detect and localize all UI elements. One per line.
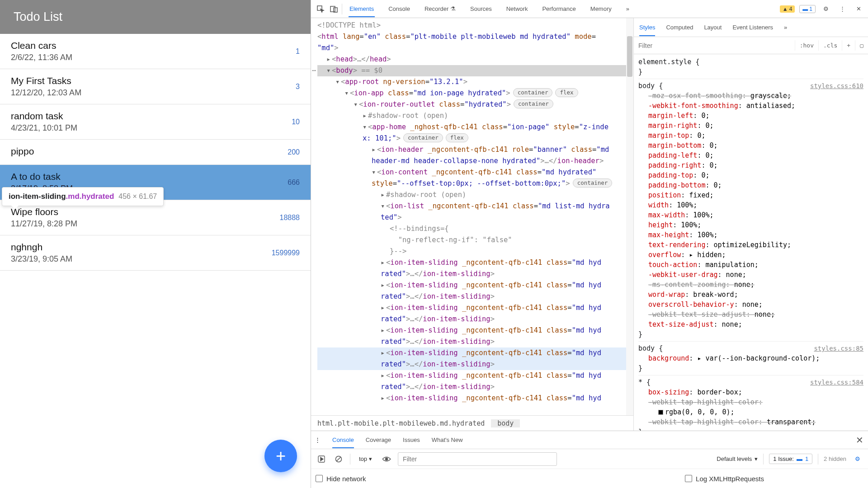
tooltip-modifiers: .md.hydrated — [66, 192, 114, 201]
settings-icon[interactable]: ⚙ — [820, 3, 832, 15]
warning-icon: ▲ — [783, 6, 788, 12]
clear-console-icon[interactable] — [333, 453, 344, 465]
tab-performance[interactable]: Performance — [541, 1, 576, 17]
flask-icon: ⚗ — [450, 5, 456, 12]
fab-add-button[interactable]: + — [264, 440, 297, 472]
tab-whats-new[interactable]: What's New — [432, 432, 463, 448]
devtools: Elements Console Recorder ⚗ Sources Netw… — [311, 0, 868, 488]
tab-recorder[interactable]: Recorder ⚗ — [424, 1, 457, 17]
issues-pill[interactable]: 1 Issue: ▬ 1 — [769, 454, 812, 464]
toggle-hov-button[interactable]: :hov — [795, 40, 818, 51]
item-date: 11/27/19, 8:28 PM — [11, 219, 280, 229]
item-title: My First Tasks — [11, 75, 296, 86]
tooltip-selector: ion-item-sliding — [9, 192, 66, 201]
item-badge: 10 — [292, 118, 300, 126]
crumb-item[interactable]: body — [491, 419, 520, 427]
devtools-toolbar: Elements Console Recorder ⚗ Sources Netw… — [311, 0, 868, 18]
device-toggle-icon[interactable] — [328, 3, 340, 15]
svg-rect-1 — [330, 6, 335, 12]
tooltip-dimensions: 456 × 61.67 — [118, 192, 157, 201]
tab-layout[interactable]: Layout — [704, 19, 722, 36]
item-badge: 3 — [296, 83, 300, 91]
item-title: Clean cars — [11, 40, 296, 51]
toggle-sidebar-icon[interactable]: ▢ — [855, 40, 868, 51]
item-badge: 200 — [288, 148, 300, 156]
eye-icon[interactable] — [381, 453, 392, 465]
list-item[interactable]: pippo 200 — [0, 140, 311, 165]
list-item[interactable]: Clean cars2/6/22, 11:36 AM 1 — [0, 34, 311, 69]
gear-icon[interactable]: ⚙ — [852, 453, 863, 465]
console-drawer: ⋮ Console Coverage Issues What's New ✕ t… — [311, 431, 868, 488]
item-badge: 1599999 — [272, 249, 300, 257]
crumb-item[interactable]: html.plt-mobile.plt-mobileweb.md.hydrate… — [311, 419, 491, 427]
todo-list: Clean cars2/6/22, 11:36 AM 1 My First Ta… — [0, 34, 311, 271]
item-title: nghngh — [11, 242, 272, 253]
scrollbar[interactable] — [626, 18, 633, 415]
tabs-overflow-icon[interactable]: » — [625, 1, 630, 17]
context-selector[interactable]: top ▾ — [356, 454, 375, 464]
list-item[interactable]: nghngh3/23/19, 9:05 AM 1599999 — [0, 235, 311, 271]
new-style-rule-icon[interactable]: + — [842, 40, 855, 51]
app-title: Todo List — [0, 0, 311, 34]
kebab-menu-icon[interactable]: ⋮ — [315, 436, 321, 443]
styles-filter-input[interactable] — [634, 42, 795, 49]
info-icon: ▬ — [802, 6, 808, 12]
tab-elements[interactable]: Elements — [349, 1, 375, 17]
svg-point-6 — [386, 458, 388, 460]
item-date: 3/23/19, 9:05 AM — [11, 254, 272, 264]
item-badge: 18888 — [280, 214, 300, 222]
console-filter-input[interactable] — [398, 452, 557, 466]
item-title: Wipe floors — [11, 206, 280, 217]
close-drawer-icon[interactable]: ✕ — [856, 435, 863, 446]
issues-badge[interactable]: ▬1 — [799, 5, 816, 13]
separator-icon — [342, 4, 342, 14]
item-badge: 666 — [288, 178, 300, 187]
log-levels-selector[interactable]: Default levels ▾ — [717, 455, 758, 462]
hide-network-checkbox[interactable]: Hide network — [316, 475, 366, 483]
info-icon: ▬ — [797, 455, 802, 462]
chevron-down-icon: ▾ — [755, 455, 758, 462]
kebab-menu-icon[interactable]: ⋮ — [836, 3, 848, 15]
item-date: 4/23/21, 10:01 PM — [11, 123, 292, 133]
tab-issues[interactable]: Issues — [403, 432, 420, 448]
list-item[interactable]: random task4/23/21, 10:01 PM 10 — [0, 104, 311, 140]
log-xhr-checkbox[interactable]: Log XMLHttpRequests — [685, 475, 764, 483]
item-title: pippo — [11, 146, 288, 157]
dom-tree[interactable]: <!DOCTYPE html> <html lang="en" class="p… — [311, 18, 633, 415]
inspect-icon[interactable] — [315, 3, 326, 15]
styles-rules[interactable]: element.style { } body {styles.css:610-m… — [634, 54, 868, 431]
tab-event-listeners[interactable]: Event Listeners — [732, 19, 773, 36]
tab-sources[interactable]: Sources — [469, 1, 493, 17]
item-title: A to do task — [11, 171, 288, 182]
chevron-down-icon: ▾ — [369, 455, 372, 462]
toggle-cls-button[interactable]: .cls — [818, 40, 842, 51]
list-item[interactable]: My First Tasks12/12/20, 12:03 AM 3 — [0, 69, 311, 104]
inspector-tooltip: ion-item-sliding.md.hydrated 456 × 61.67 — [2, 187, 164, 206]
hidden-count[interactable]: 2 hidden — [824, 455, 846, 462]
tab-computed[interactable]: Computed — [666, 19, 693, 36]
separator-icon — [350, 454, 350, 465]
svg-line-5 — [337, 457, 341, 461]
tab-coverage[interactable]: Coverage — [366, 432, 391, 448]
tab-console[interactable]: Console — [387, 1, 411, 17]
tab-network[interactable]: Network — [505, 1, 529, 17]
warnings-badge[interactable]: ▲4 — [780, 5, 795, 13]
item-badge: 1 — [296, 47, 300, 56]
item-date: 12/12/20, 12:03 AM — [11, 88, 296, 98]
tab-styles[interactable]: Styles — [639, 19, 655, 36]
app-viewport: Todo List Clean cars2/6/22, 11:36 AM 1 M… — [0, 0, 311, 488]
styles-panel: Styles Computed Layout Event Listeners »… — [634, 18, 868, 431]
tab-console-drawer[interactable]: Console — [332, 432, 354, 448]
close-icon[interactable]: ✕ — [853, 3, 864, 15]
elements-panel: <!DOCTYPE html> <html lang="en" class="p… — [311, 18, 634, 431]
breadcrumb: html.plt-mobile.plt-mobileweb.md.hydrate… — [311, 415, 633, 431]
item-date: 2/6/22, 11:36 AM — [11, 53, 296, 62]
tab-memory[interactable]: Memory — [590, 1, 613, 17]
separator-icon — [818, 454, 818, 465]
play-icon[interactable] — [316, 453, 327, 465]
separator-icon — [763, 454, 764, 465]
tabs-overflow-icon[interactable]: » — [784, 19, 787, 36]
item-title: random task — [11, 111, 292, 122]
